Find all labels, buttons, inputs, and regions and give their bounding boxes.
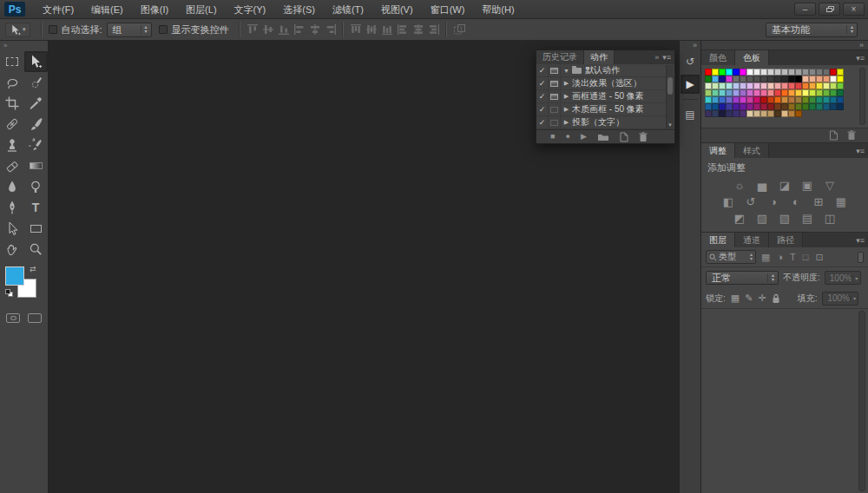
quick-mask-button[interactable] bbox=[6, 313, 20, 323]
lock-all-icon[interactable] bbox=[772, 293, 780, 304]
swatch[interactable] bbox=[726, 96, 733, 103]
swatch[interactable] bbox=[753, 110, 760, 117]
action-toggle-check[interactable]: ✓ bbox=[536, 77, 549, 89]
swatch[interactable] bbox=[774, 89, 781, 96]
swatch[interactable] bbox=[788, 76, 795, 82]
menu-item-7[interactable]: 视图(V) bbox=[372, 0, 422, 19]
swatch[interactable] bbox=[712, 69, 719, 76]
opacity-field[interactable]: 100% ▾ bbox=[825, 271, 861, 285]
pen-tool[interactable] bbox=[1, 197, 24, 218]
swatch[interactable] bbox=[802, 96, 809, 103]
scrollbar-thumb[interactable] bbox=[667, 77, 673, 95]
layer-filter-type-dropdown[interactable]: 类型 ▴▾ bbox=[706, 250, 756, 264]
tab-layers[interactable]: 图层 bbox=[701, 233, 735, 247]
channel-mixer-icon[interactable]: ⊞ bbox=[810, 195, 827, 209]
delete-swatch-icon[interactable] bbox=[847, 130, 856, 141]
menu-item-9[interactable]: 帮助(H) bbox=[473, 0, 523, 19]
swatch[interactable] bbox=[746, 69, 753, 76]
menu-item-0[interactable]: 文件(F) bbox=[34, 0, 82, 19]
swatch[interactable] bbox=[767, 76, 774, 82]
swatch[interactable] bbox=[740, 89, 746, 96]
swatch[interactable] bbox=[760, 76, 767, 82]
layer-filter-toggle[interactable] bbox=[858, 252, 864, 263]
swatch[interactable] bbox=[726, 110, 733, 117]
swatch[interactable] bbox=[733, 69, 740, 76]
swatch[interactable] bbox=[837, 96, 844, 103]
threshold-icon[interactable]: ▧ bbox=[776, 212, 793, 226]
swatch[interactable] bbox=[795, 89, 802, 96]
swatch[interactable] bbox=[753, 89, 760, 96]
actions-panel-icon[interactable]: ▶ bbox=[681, 75, 700, 94]
swatch[interactable] bbox=[719, 110, 726, 117]
hue-saturation-icon[interactable]: ◧ bbox=[720, 195, 737, 209]
align-horizontal-centers-icon[interactable] bbox=[309, 23, 321, 36]
filter-pixel-layers-icon[interactable]: ▦ bbox=[761, 252, 770, 263]
swatch[interactable] bbox=[719, 69, 726, 76]
properties-panel-icon[interactable]: ▤ bbox=[681, 105, 700, 124]
expand-arrow-icon[interactable]: ▶ bbox=[561, 93, 572, 100]
vibrance-icon[interactable]: ▽ bbox=[821, 179, 838, 193]
swatch[interactable] bbox=[753, 69, 760, 76]
swatch[interactable] bbox=[823, 82, 830, 89]
swatch[interactable] bbox=[837, 103, 844, 110]
swatch[interactable] bbox=[746, 110, 753, 117]
swatch[interactable] bbox=[712, 96, 719, 103]
swatch[interactable] bbox=[753, 82, 760, 89]
swatch[interactable] bbox=[740, 103, 746, 110]
action-row[interactable]: ✓▶木质画框 - 50 像素 bbox=[536, 103, 674, 116]
action-dialog-toggle[interactable] bbox=[549, 103, 561, 115]
swatch[interactable] bbox=[795, 96, 802, 103]
swatch[interactable] bbox=[816, 89, 823, 96]
swatch[interactable] bbox=[767, 82, 774, 89]
swatch[interactable] bbox=[795, 76, 802, 82]
history-brush-tool[interactable] bbox=[24, 135, 48, 155]
swatch[interactable] bbox=[746, 76, 753, 82]
menu-item-1[interactable]: 编辑(E) bbox=[82, 0, 132, 19]
action-row[interactable]: ✓▶投影（文字） bbox=[536, 116, 674, 129]
quick-selection-tool[interactable] bbox=[24, 72, 48, 93]
align-bottom-edges-icon[interactable] bbox=[278, 23, 290, 36]
swatch[interactable] bbox=[705, 76, 712, 82]
menu-item-6[interactable]: 滤镜(T) bbox=[324, 0, 372, 19]
swatch[interactable] bbox=[809, 69, 816, 76]
swatch[interactable] bbox=[705, 96, 712, 103]
swatch[interactable] bbox=[788, 103, 795, 110]
lock-image-pixels-icon[interactable]: ✎ bbox=[745, 293, 753, 303]
horizontal-type-tool[interactable]: T bbox=[24, 197, 48, 218]
swatch[interactable] bbox=[733, 96, 740, 103]
tools-collapse-toggle[interactable]: » bbox=[0, 41, 48, 51]
action-row[interactable]: ✓▼默认动作 bbox=[536, 64, 674, 77]
minimize-button[interactable]: – bbox=[794, 3, 816, 16]
swatch[interactable] bbox=[823, 69, 830, 76]
color-balance-icon[interactable]: ↺ bbox=[742, 195, 760, 209]
posterize-icon[interactable]: ▨ bbox=[753, 212, 771, 226]
swatch[interactable] bbox=[705, 69, 712, 76]
swatch[interactable] bbox=[774, 82, 781, 89]
blend-mode-dropdown[interactable]: 正常 ▴▾ bbox=[706, 271, 779, 285]
crop-tool[interactable] bbox=[1, 93, 24, 114]
swatch[interactable] bbox=[837, 89, 844, 96]
levels-icon[interactable]: ▅ bbox=[753, 179, 771, 193]
swatch[interactable] bbox=[767, 69, 774, 76]
swatch[interactable] bbox=[830, 89, 837, 96]
auto-select-checkbox[interactable] bbox=[49, 25, 57, 34]
action-toggle-check[interactable]: ✓ bbox=[536, 90, 549, 102]
swatch[interactable] bbox=[733, 82, 740, 89]
swatch[interactable] bbox=[837, 82, 844, 89]
swatch[interactable] bbox=[767, 89, 774, 96]
new-set-button[interactable] bbox=[597, 133, 609, 141]
swatch[interactable] bbox=[816, 103, 823, 110]
stop-button[interactable]: ■ bbox=[550, 133, 555, 141]
swatch[interactable] bbox=[760, 103, 767, 110]
black-white-icon[interactable]: ◑ bbox=[765, 195, 782, 209]
blur-tool[interactable] bbox=[1, 176, 24, 197]
swatch[interactable] bbox=[733, 76, 740, 82]
swatch[interactable] bbox=[726, 103, 733, 110]
swatch[interactable] bbox=[746, 103, 753, 110]
swatch[interactable] bbox=[753, 103, 760, 110]
scroll-down-icon[interactable]: ▼ bbox=[667, 122, 674, 128]
expand-arrow-icon[interactable]: ▶ bbox=[561, 119, 572, 126]
foreground-color-chip[interactable] bbox=[5, 266, 24, 286]
action-toggle-check[interactable]: ✓ bbox=[536, 64, 549, 76]
show-transform-checkbox[interactable] bbox=[159, 25, 168, 34]
